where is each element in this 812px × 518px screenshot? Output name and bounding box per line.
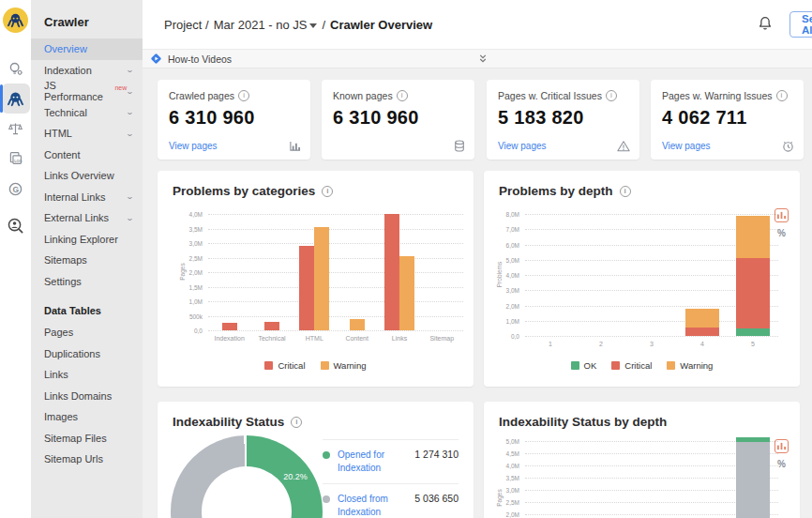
logs-nav-icon[interactable]: LOG <box>0 144 31 172</box>
depth-slot-5 <box>728 434 778 518</box>
sidebar-item-js-performance[interactable]: JS Performancenew⌄ <box>31 81 143 102</box>
breadcrumb-project[interactable]: Project / <box>164 18 209 32</box>
bar-warning <box>314 227 329 330</box>
sidebar-item-label: Pages <box>44 327 73 338</box>
slice-name-link[interactable]: Opened for Indexation <box>338 449 407 475</box>
legend-item-warning[interactable]: Warning <box>321 360 367 371</box>
top-header: Project / Mar 2021 - no JS / Crawler Ove… <box>143 0 812 50</box>
legend-swatch <box>667 361 675 370</box>
sidebar-item-sitemap-files[interactable]: Sitemap Files <box>31 428 143 449</box>
category-slot-technical <box>250 214 293 330</box>
legend-item-warning[interactable]: Warning <box>667 360 713 371</box>
legend-label: OK <box>584 360 597 371</box>
info-icon[interactable]: i <box>238 90 249 101</box>
bar-slots <box>525 214 778 336</box>
gridline <box>208 330 463 331</box>
depth-slot-3 <box>626 214 677 336</box>
percent-toggle-button[interactable]: % <box>777 228 786 238</box>
legend-label: Warning <box>680 360 713 371</box>
view-pages-link[interactable]: View pages <box>169 141 218 151</box>
crawl-selector[interactable]: Mar 2021 - no JS <box>214 18 318 32</box>
collapse-banner-button[interactable] <box>478 53 488 64</box>
sidebar-item-technical[interactable]: Technical⌄ <box>31 102 143 124</box>
info-icon[interactable]: i <box>620 186 631 197</box>
info-icon[interactable]: i <box>776 90 788 101</box>
info-icon[interactable]: i <box>322 186 333 197</box>
view-pages-link[interactable]: View pages <box>498 141 547 151</box>
y-axis-tick: 6,0M <box>491 241 519 248</box>
google-nav-icon[interactable]: G <box>0 175 31 203</box>
breadcrumb-section: Crawler Overview <box>330 18 432 32</box>
info-icon[interactable]: i <box>606 90 617 101</box>
database-icon <box>454 140 465 152</box>
gridline <box>525 336 778 337</box>
chevron-down-icon: ⌄ <box>126 192 134 201</box>
sidebar-item-linking-explorer[interactable]: Linking Explorer <box>31 229 143 251</box>
sidebar-item-images[interactable]: Images <box>31 406 143 428</box>
sidebar-item-html[interactable]: HTML⌄ <box>31 123 143 145</box>
x-axis-tick: 2 <box>576 341 626 347</box>
view-pages-link[interactable]: View pages <box>662 141 711 151</box>
user-account-nav-icon[interactable] <box>0 211 31 239</box>
metric-title-text: Known pages <box>333 90 393 101</box>
bar-chart-icon <box>289 141 301 152</box>
legend-item-ok[interactable]: OK <box>571 360 597 371</box>
sidebar-item-label: Technical <box>44 107 87 118</box>
chart-title-text: Indexability Status <box>173 415 284 429</box>
bar-chart-toggle-button[interactable] <box>774 208 789 222</box>
app-logo[interactable] <box>3 8 28 33</box>
segment-ok <box>736 328 770 336</box>
metric-value: 6 310 960 <box>333 107 463 129</box>
legend-item-critical[interactable]: Critical <box>264 360 305 371</box>
donut-legend: Opened for Indexation1 274 310Closed fro… <box>323 439 459 518</box>
breadcrumb: Project / Mar 2021 - no JS / Crawler Ove… <box>164 18 432 32</box>
chart-title: Problems by categoriesi <box>173 184 333 198</box>
segment-warning <box>736 216 770 259</box>
bell-icon <box>757 15 774 32</box>
metric-card-3: Pages w. Critical Issuesi5 183 820View p… <box>487 80 639 160</box>
sidebar-item-links-overview[interactable]: Links Overview <box>31 165 143 187</box>
legend-dot <box>323 495 330 503</box>
sidebar-item-sitemaps[interactable]: Sitemaps <box>31 250 143 271</box>
info-icon[interactable]: i <box>291 417 302 428</box>
segment-selector-button[interactable]: Segment: All Pages <box>789 11 812 38</box>
bulb-gear-icon <box>8 61 23 77</box>
sidebar-item-external-links[interactable]: External Links⌄ <box>31 207 143 229</box>
chart-title-text: Problems by categories <box>173 184 315 198</box>
sidebar-item-indexation[interactable]: Indexation⌄ <box>31 60 143 82</box>
chart-card-indexability-status: Indexability Statusi20.2%Opened for Inde… <box>158 402 474 518</box>
sidebar-item-settings[interactable]: Settings <box>31 271 143 293</box>
breadcrumb-separator: / <box>322 18 325 32</box>
sidebar-item-links-domains[interactable]: Links Domains <box>31 386 143 407</box>
notifications-button[interactable] <box>757 15 775 34</box>
sidebar-item-internal-links[interactable]: Internal Links⌄ <box>31 187 143 208</box>
slice-name-link[interactable]: Closed from Indexation <box>338 493 407 518</box>
y-axis-tick: 2,0M <box>491 302 519 309</box>
crawler-nav-icon[interactable] <box>0 84 31 113</box>
depth-slot-5 <box>728 214 778 336</box>
bar-chart-toggle-button[interactable] <box>774 439 789 453</box>
sidebar-item-pages[interactable]: Pages <box>31 322 143 343</box>
sidebar-item-label: Images <box>44 411 78 422</box>
scales-nav-icon[interactable] <box>0 114 31 143</box>
sidebar-item-content[interactable]: Content <box>31 145 143 166</box>
plot-area <box>525 434 778 518</box>
sidebar-item-links[interactable]: Links <box>31 364 143 386</box>
percent-toggle-button[interactable]: % <box>777 459 786 469</box>
seo-insights-nav-icon[interactable] <box>0 54 31 83</box>
y-axis-tick: 0,0 <box>174 328 203 334</box>
depth-slot-1 <box>525 434 576 518</box>
donut-legend-row: Opened for Indexation1 274 310 <box>323 439 459 483</box>
depth-slot-2 <box>576 214 626 336</box>
chart-title-text: Problems by depth <box>499 184 613 198</box>
howto-videos-bar[interactable]: How-to Videos <box>143 50 812 69</box>
legend-item-critical[interactable]: Critical <box>611 360 652 371</box>
metric-title: Known pagesi <box>333 90 463 101</box>
sidebar-item-label: Links Overview <box>44 170 114 181</box>
info-icon[interactable]: i <box>397 90 408 101</box>
metric-value: 4 062 711 <box>662 107 792 129</box>
sidebar-item-overview[interactable]: Overview <box>31 38 143 60</box>
sidebar-item-sitemap-urls[interactable]: Sitemap Urls <box>31 449 143 470</box>
sidebar-item-duplications[interactable]: Duplications <box>31 343 143 365</box>
slice-value: 5 036 650 <box>414 493 459 504</box>
